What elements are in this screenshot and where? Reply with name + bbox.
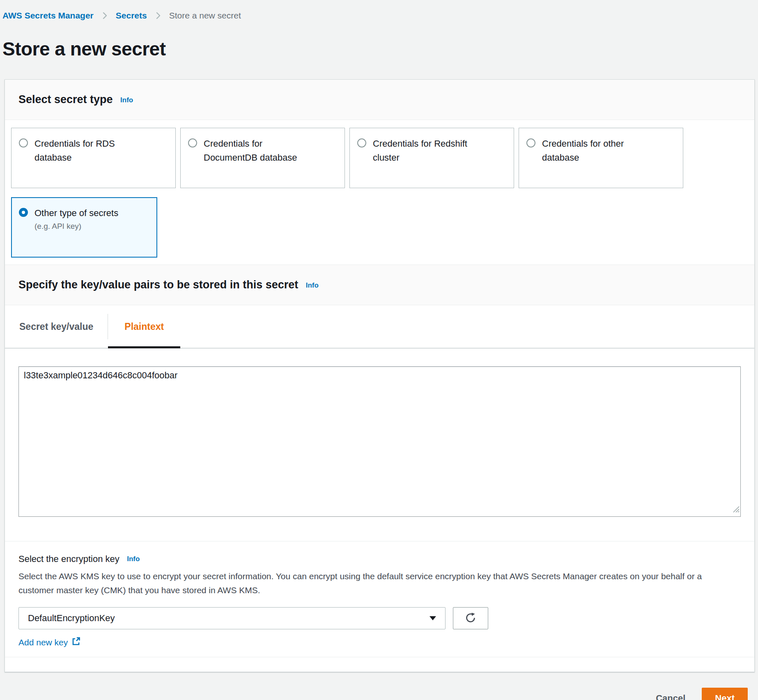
chevron-right-icon [154,11,163,20]
breadcrumb-secrets[interactable]: Secrets [116,11,147,21]
radio-tile-rds[interactable]: Credentials for RDS database [11,128,176,188]
next-button[interactable]: Next [702,688,748,700]
card-footer-strip [5,657,754,672]
wizard-footer-actions: Cancel Next [0,688,748,700]
radio-unchecked-icon[interactable] [19,138,28,147]
key-value-info-link[interactable]: Info [306,281,319,289]
wizard-card: Select secret type Info Credentials for … [5,79,755,672]
breadcrumb-current: Store a new secret [169,11,241,21]
encryption-key-label: Select the encryption key [18,554,119,564]
radio-unchecked-icon[interactable] [526,138,535,147]
key-value-tabs: Secret key/value Plaintext [5,305,754,348]
add-new-key-link[interactable]: Add new key [18,637,80,648]
select-secret-type-info-link[interactable]: Info [120,96,133,104]
secret-type-options: Credentials for RDS database Credentials… [5,120,754,265]
radio-unchecked-icon[interactable] [188,138,197,147]
resize-handle-icon[interactable] [733,506,740,514]
tab-plaintext[interactable]: Plaintext [108,305,180,348]
tab-secret-key-value[interactable]: Secret key/value [5,305,108,348]
encryption-key-description: Select the AWS KMS key to use to encrypt… [18,569,733,597]
radio-tile-redshift[interactable]: Credentials for Redshift cluster [349,128,514,188]
select-secret-type-header: Select secret type Info [5,80,754,120]
secret-plaintext-input[interactable]: l33te3xample01234d646c8c004foobar [18,366,741,517]
encryption-key-section: Select the encryption key Info Select th… [5,541,754,657]
external-link-icon [71,637,80,648]
radio-tile-label: Credentials for other database [542,137,645,179]
radio-tile-other-database[interactable]: Credentials for other database [519,128,683,188]
select-secret-type-title: Select secret type [18,93,113,106]
radio-tile-other-secrets[interactable]: Other type of secrets (e.g. API key) [11,197,157,258]
key-value-section-header: Specify the key/value pairs to be stored… [5,265,754,305]
plaintext-panel: l33te3xample01234d646c8c004foobar [5,348,754,541]
breadcrumb-aws-secrets-manager[interactable]: AWS Secrets Manager [2,11,94,21]
refresh-keys-button[interactable] [453,607,488,629]
radio-tile-label: Other type of secrets [34,208,118,218]
chevron-right-icon [100,11,109,20]
radio-tile-label: Credentials for RDS database [34,137,138,179]
page-title: Store a new secret [2,38,758,60]
radio-tile-sublabel: (e.g. API key) [34,220,118,233]
radio-unchecked-icon[interactable] [357,138,366,147]
cancel-button[interactable]: Cancel [656,693,685,700]
refresh-icon [465,612,476,625]
key-value-section-title: Specify the key/value pairs to be stored… [18,279,298,291]
radio-tile-label: Credentials for DocumentDB database [204,137,307,179]
add-new-key-label: Add new key [18,638,68,647]
encryption-key-select[interactable]: DefaultEncryptionKey [18,607,446,629]
radio-tile-documentdb[interactable]: Credentials for DocumentDB database [180,128,345,188]
radio-checked-icon[interactable] [19,208,28,217]
breadcrumb: AWS Secrets Manager Secrets Store a new … [0,0,758,21]
encryption-key-info-link[interactable]: Info [127,555,140,563]
radio-tile-label: Credentials for Redshift cluster [373,137,476,179]
caret-down-icon [430,616,436,620]
store-new-secret-page: AWS Secrets Manager Secrets Store a new … [0,0,758,700]
encryption-key-selected-value: DefaultEncryptionKey [28,613,430,624]
